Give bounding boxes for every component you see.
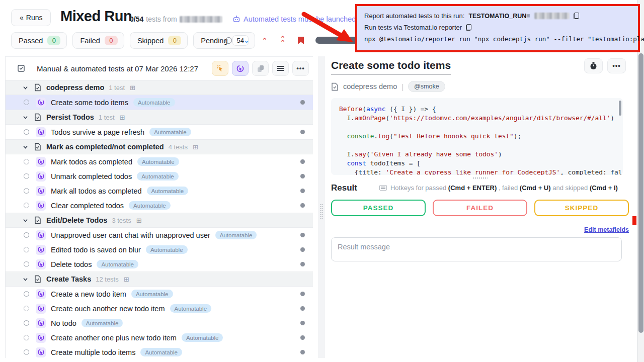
- status-circle[interactable]: [24, 247, 29, 252]
- code-resize-grip[interactable]: [472, 176, 488, 180]
- copy-list-button[interactable]: [252, 61, 269, 76]
- suite-row[interactable]: Mark as completed/not completed 4 tests …: [6, 139, 313, 154]
- expand-icon[interactable]: ⊞: [193, 143, 198, 151]
- filter-failed[interactable]: Failed 0: [72, 32, 124, 49]
- copy-icon[interactable]: [466, 24, 471, 31]
- suite-test-count: 1 test: [109, 84, 125, 92]
- test-code-block[interactable]: Before(async ({ I }) => { I.amOnPage('ht…: [331, 98, 623, 175]
- magic-cursor-button[interactable]: [212, 61, 228, 76]
- automatable-badge: Automatable: [129, 201, 171, 210]
- page-scrollbar[interactable]: [637, 0, 644, 362]
- filter-skipped[interactable]: Skipped 0: [130, 32, 188, 49]
- test-row[interactable]: Mark all todos as completed Automatable: [6, 184, 313, 198]
- status-circle[interactable]: [24, 100, 29, 105]
- status-circle[interactable]: [24, 335, 29, 340]
- suite-row[interactable]: codepress demo 1 test ⊞: [6, 80, 313, 95]
- document-icon: [34, 275, 41, 283]
- test-title: Mark all todos as completed: [51, 187, 142, 195]
- expand-icon[interactable]: ⊞: [120, 114, 125, 121]
- code-scrollbar[interactable]: [619, 101, 621, 116]
- automated-test-icon: [37, 246, 45, 253]
- test-title: Unmark completed todos: [51, 172, 132, 180]
- test-row[interactable]: Mark todos as completed Automatable: [6, 154, 313, 169]
- test-row[interactable]: Unmark completed todos Automatable: [6, 169, 313, 184]
- suite-test-count: 12 tests: [96, 276, 119, 283]
- status-circle[interactable]: [24, 203, 29, 208]
- status-circle[interactable]: [24, 188, 29, 194]
- test-row[interactable]: No todo Automatable: [6, 316, 313, 330]
- status-circle[interactable]: [24, 349, 29, 355]
- suite-name[interactable]: codepress demo: [343, 82, 397, 90]
- status-circle[interactable]: [24, 306, 29, 311]
- test-title: Create ouch another new todo item: [51, 305, 165, 313]
- scrollbar-thumb[interactable]: [638, 53, 643, 333]
- edit-metafields-link[interactable]: Edit metafields: [584, 226, 629, 233]
- result-message-input[interactable]: [331, 237, 622, 261]
- automatable-badge: Automatable: [137, 157, 179, 166]
- test-row[interactable]: Todos survive a page refresh Automatable: [6, 125, 313, 139]
- test-row[interactable]: Create another one plus new todo item Au…: [6, 330, 313, 345]
- menu-button[interactable]: [272, 61, 289, 76]
- status-circle[interactable]: [24, 291, 29, 297]
- chevron-down-icon: [23, 85, 28, 90]
- status-dot: [300, 233, 305, 237]
- test-row[interactable]: Create ouch another new todo item Automa…: [6, 301, 313, 316]
- suite-row[interactable]: Persist Todos 1 test ⊞: [6, 110, 313, 125]
- filter-count: 0: [47, 36, 60, 45]
- menu-icon: [277, 66, 284, 71]
- double-chevron-up-icon[interactable]: ⌃⌃: [274, 37, 292, 45]
- test-row[interactable]: Edited todo is saved on blur Automatable: [6, 242, 313, 257]
- suite-row[interactable]: Edit/Delete Todos 3 tests ⊞: [6, 213, 313, 228]
- run-env-var: TESTOMATIO_RUN=: [468, 13, 530, 20]
- detail-more-button[interactable]: •••: [607, 58, 626, 73]
- automated-filter-button[interactable]: [232, 61, 249, 76]
- more-button[interactable]: •••: [292, 61, 309, 76]
- automated-test-icon: [37, 319, 45, 327]
- code-line: I.say('Given I already have some todos'): [339, 150, 615, 159]
- test-row[interactable]: Create multiple todo items Automatable: [6, 345, 313, 358]
- status-circle[interactable]: [24, 129, 29, 135]
- skipped-button[interactable]: SKIPPED: [534, 200, 629, 216]
- failed-button[interactable]: FAILED: [433, 200, 527, 216]
- test-row[interactable]: Create some todo items Automatable: [6, 95, 313, 110]
- expand-icon[interactable]: ⊞: [136, 217, 142, 224]
- suite-row[interactable]: Create Tasks 12 tests ⊞: [6, 272, 313, 287]
- stopwatch-icon: [590, 62, 597, 70]
- test-title: Create another one plus new todo item: [51, 334, 177, 342]
- code-line: [339, 123, 615, 132]
- bookmark-icon[interactable]: [292, 37, 310, 44]
- filter-passed[interactable]: Passed 0: [11, 32, 67, 49]
- copy-icon[interactable]: [574, 13, 579, 19]
- status-circle[interactable]: [24, 232, 29, 238]
- automated-test-icon: [37, 187, 45, 195]
- test-row[interactable]: Create a new todo item Automatable: [6, 287, 313, 301]
- more-icon: •••: [296, 67, 305, 70]
- automatable-badge: Automatable: [170, 304, 212, 313]
- status-circle[interactable]: [24, 261, 29, 267]
- back-to-runs-button[interactable]: « Runs: [11, 9, 51, 26]
- expand-icon[interactable]: ⊞: [124, 276, 129, 283]
- test-detail-title[interactable]: Create some todo items: [331, 59, 451, 74]
- test-row[interactable]: Unapproved user cant chat with unapprove…: [6, 228, 313, 242]
- panel-resize-handle[interactable]: [318, 56, 325, 358]
- timer-button[interactable]: [584, 58, 603, 73]
- test-row[interactable]: Clear completed todos Automatable: [6, 198, 313, 213]
- status-dot: [300, 306, 305, 311]
- automation-notice-link[interactable]: Automated tests must be launched: [232, 15, 356, 23]
- status-dot: [300, 335, 305, 340]
- automatable-badge: Automatable: [131, 290, 173, 298]
- report-instructions-panel: Report automated tests to this run: TEST…: [355, 4, 640, 52]
- chevron-up-icon[interactable]: ⌃: [256, 37, 274, 44]
- automatable-badge: Automatable: [137, 172, 179, 180]
- status-circle[interactable]: [24, 320, 29, 326]
- circle-icon[interactable]: [219, 37, 237, 44]
- tag-badge[interactable]: @smoke: [408, 81, 445, 92]
- passed-button[interactable]: PASSED: [331, 200, 426, 216]
- test-row[interactable]: Delete todos Automatable: [6, 257, 313, 272]
- suite-title: Create Tasks: [46, 275, 91, 283]
- copy-icon: [258, 65, 264, 72]
- status-circle[interactable]: [24, 173, 29, 179]
- expand-icon[interactable]: ⊞: [130, 84, 135, 92]
- chevron-down-icon[interactable]: ⌄: [237, 37, 256, 44]
- status-circle[interactable]: [24, 159, 29, 164]
